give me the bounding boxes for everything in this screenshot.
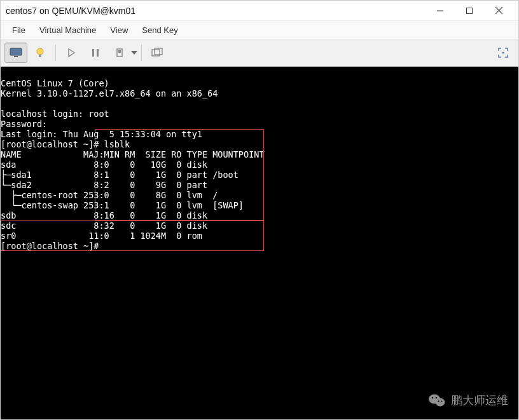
snapshot-icon xyxy=(151,48,163,58)
svg-rect-4 xyxy=(10,48,22,55)
lsblk-row: ├─sda1 8:1 0 1G 0 part /boot xyxy=(1,170,239,180)
svg-rect-9 xyxy=(92,49,94,57)
details-button[interactable] xyxy=(29,43,52,63)
lsblk-row: sdc 8:32 0 1G 0 disk xyxy=(1,220,212,231)
terminal-line: localhost login: root xyxy=(1,109,109,119)
terminal-line: Kernel 3.10.0-1127.el7.x86_64 on an x86_… xyxy=(1,88,218,98)
terminal-line: Password: xyxy=(1,119,47,129)
snapshots-button[interactable] xyxy=(146,43,169,63)
run-button[interactable] xyxy=(60,43,83,63)
svg-point-6 xyxy=(37,48,43,55)
toolbar-separator xyxy=(141,44,142,61)
terminal-line: CentOS Linux 7 (Core) xyxy=(1,78,109,88)
pause-icon xyxy=(91,48,100,57)
shutdown-button[interactable] xyxy=(108,43,131,63)
svg-rect-12 xyxy=(118,50,121,53)
terminal-line: Last login: Thu Aug 5 15:33:04 on tty1 xyxy=(1,129,202,139)
console-button[interactable] xyxy=(4,43,27,63)
menu-file[interactable]: File xyxy=(6,23,32,37)
toolbar xyxy=(1,39,518,67)
fullscreen-button[interactable] xyxy=(492,43,515,63)
svg-point-18 xyxy=(436,398,445,407)
pause-button[interactable] xyxy=(84,43,107,63)
toolbar-separator xyxy=(55,44,56,61)
terminal-prompt: [root@localhost ~]# xyxy=(1,241,104,251)
menu-send-key[interactable]: Send Key xyxy=(135,23,184,37)
terminal[interactable]: CentOS Linux 7 (Core) Kernel 3.10.0-1127… xyxy=(1,67,518,419)
minimize-button[interactable] xyxy=(426,1,455,21)
svg-point-16 xyxy=(502,52,504,54)
chevron-down-icon xyxy=(131,51,137,55)
titlebar: centos7 on QEMU/KVM@kvm01 xyxy=(1,1,518,21)
lightbulb-icon xyxy=(35,47,45,58)
svg-rect-5 xyxy=(14,56,18,57)
power-icon xyxy=(115,48,124,57)
lsblk-row: └─sda2 8:2 0 9G 0 part xyxy=(1,180,212,190)
lsblk-row: ├─centos-root 253:0 0 8G 0 lvm / xyxy=(1,190,218,200)
watermark-text: 鹏大师运维 xyxy=(451,395,508,405)
terminal-prompt: [root@localhost ~]# lsblk xyxy=(1,139,130,149)
wechat-icon xyxy=(428,391,446,409)
svg-marker-13 xyxy=(131,51,137,55)
svg-point-19 xyxy=(432,397,434,399)
menu-view[interactable]: View xyxy=(104,23,134,37)
svg-rect-10 xyxy=(97,49,99,57)
maximize-button[interactable] xyxy=(455,1,484,21)
svg-marker-8 xyxy=(69,49,74,57)
menu-virtual-machine[interactable]: Virtual Machine xyxy=(33,23,102,37)
play-icon xyxy=(67,48,76,57)
fullscreen-icon xyxy=(497,47,509,58)
watermark: 鹏大师运维 xyxy=(428,391,508,409)
svg-rect-1 xyxy=(467,8,473,13)
close-button[interactable] xyxy=(484,1,513,21)
shutdown-dropdown[interactable] xyxy=(108,43,137,63)
app-window: centos7 on QEMU/KVM@kvm01 File Virtual M… xyxy=(0,0,519,420)
svg-point-20 xyxy=(436,397,438,399)
lsblk-row: sdb 8:16 0 1G 0 disk xyxy=(1,210,212,220)
svg-point-22 xyxy=(441,400,442,402)
menubar: File Virtual Machine View Send Key xyxy=(1,21,518,39)
svg-rect-7 xyxy=(39,55,41,57)
monitor-icon xyxy=(10,48,22,58)
lsblk-row: sda 8:0 0 10G 0 disk xyxy=(1,159,212,170)
svg-point-21 xyxy=(438,400,439,402)
lsblk-row: └─centos-swap 253:1 0 1G 0 lvm [SWAP] xyxy=(1,200,244,210)
lsblk-header: NAME MAJ:MIN RM SIZE RO TYPE MOUNTPOINT xyxy=(1,149,265,159)
lsblk-row: sr0 11:0 1 1024M 0 rom xyxy=(1,231,212,241)
window-title: centos7 on QEMU/KVM@kvm01 xyxy=(6,6,135,16)
